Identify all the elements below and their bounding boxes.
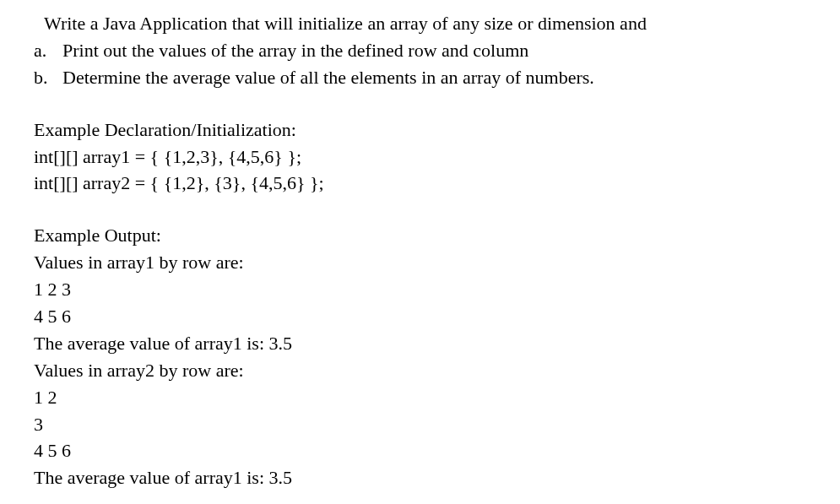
output-line-5: Values in array2 by row are: <box>17 357 823 384</box>
list-item-b: b. Determine the average value of all th… <box>17 64 823 91</box>
list-text-a: Print out the values of the array in the… <box>62 37 823 64</box>
output-line-2: 1 2 3 <box>17 276 823 303</box>
declaration-line-1: int[][] array1 = { {1,2,3}, {4,5,6} }; <box>17 144 823 171</box>
output-line-3: 4 5 6 <box>17 303 823 330</box>
list-item-a: a. Print out the values of the array in … <box>17 37 823 64</box>
output-line-6: 1 2 <box>17 384 823 411</box>
list-marker-a: a. <box>34 37 62 64</box>
output-line-9: The average value of array1 is: 3.5 <box>17 464 823 491</box>
spacer <box>17 91 823 117</box>
intro-text: Write a Java Application that will initi… <box>17 10 823 37</box>
output-line-7: 3 <box>17 411 823 438</box>
declaration-line-2: int[][] array2 = { {1,2}, {3}, {4,5,6} }… <box>17 170 823 197</box>
output-line-8: 4 5 6 <box>17 437 823 464</box>
output-line-4: The average value of array1 is: 3.5 <box>17 330 823 357</box>
output-line-1: Values in array1 by row are: <box>17 249 823 276</box>
spacer <box>17 197 823 222</box>
declaration-header: Example Declaration/Initialization: <box>17 117 823 144</box>
list-marker-b: b. <box>34 64 62 91</box>
list-text-b: Determine the average value of all the e… <box>62 64 823 91</box>
output-header: Example Output: <box>17 222 823 249</box>
